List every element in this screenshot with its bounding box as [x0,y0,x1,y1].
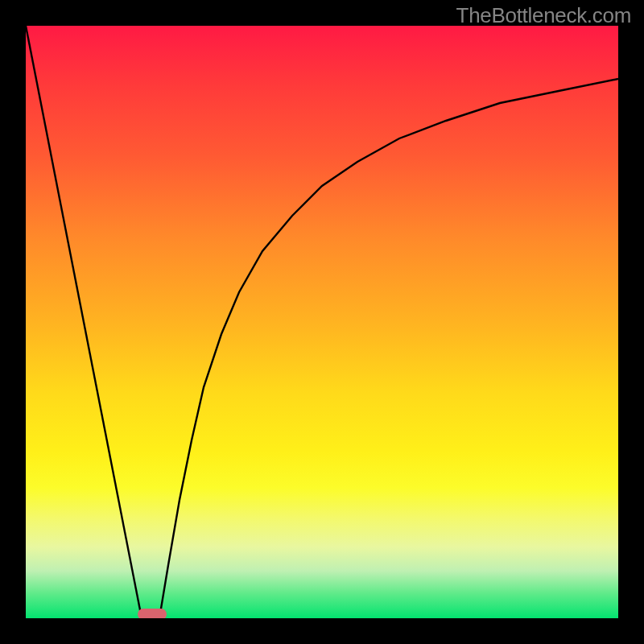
watermark-text: TheBottleneck.com [456,3,631,28]
plot-area [26,26,618,618]
curve-layer [26,26,618,618]
left-branch-line [26,26,142,618]
bottleneck-marker [138,609,167,618]
right-branch-line [159,79,618,618]
chart-frame: TheBottleneck.com [0,0,644,644]
